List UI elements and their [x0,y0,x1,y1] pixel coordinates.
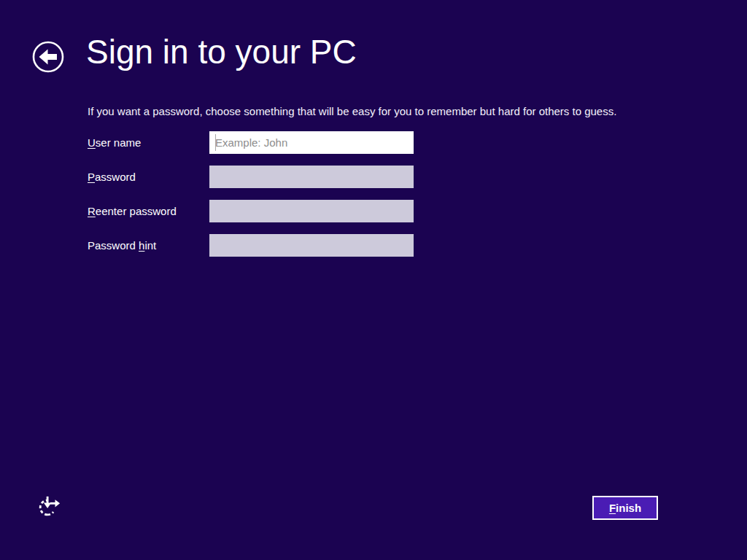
finish-button-label: Finish [609,502,641,514]
username-input[interactable] [209,131,414,154]
form-row-reenter-password: Reenter password [88,200,414,222]
reenter-password-input[interactable] [209,200,414,222]
password-input[interactable] [209,166,414,188]
reenter-password-label: Reenter password [88,205,209,217]
ease-of-access-button[interactable] [36,495,61,520]
page-title: Sign in to your PC [86,32,357,71]
form-row-username: User name [88,131,414,154]
password-hint-input[interactable] [209,234,414,257]
password-hint-label: Password hint [88,239,209,252]
back-button[interactable] [32,41,64,73]
finish-button[interactable]: Finish [592,496,658,520]
intro-text: If you want a password, choose something… [88,105,616,117]
sign-in-form: User name Password Reenter password Pass… [88,131,414,268]
oobe-sign-in-screen: Sign in to your PC If you want a passwor… [0,0,747,560]
ease-of-access-icon [36,495,61,520]
form-row-password: Password [88,166,414,188]
form-row-password-hint: Password hint [88,234,414,257]
back-arrow-icon [32,41,64,73]
username-label: User name [88,136,209,149]
password-label: Password [88,171,209,183]
